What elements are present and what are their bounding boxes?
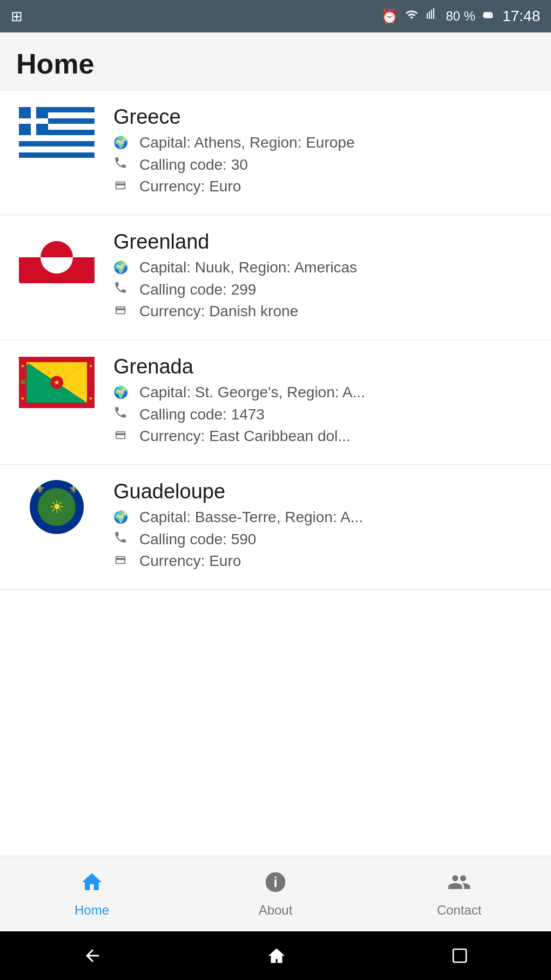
android-nav-bar bbox=[0, 931, 551, 980]
info-row: Currency: East Caribbean dol... bbox=[113, 428, 535, 445]
info-row: Calling code: 299 bbox=[113, 281, 535, 298]
alarm-icon: ⏰ bbox=[381, 8, 398, 25]
calling-code-text: Calling code: 30 bbox=[139, 156, 248, 174]
list-item[interactable]: ★ ★ ★ ★ 🌿 ★ ★ ★ Grenada 🌍 Capital: St. G… bbox=[0, 340, 551, 465]
home-button[interactable] bbox=[267, 946, 286, 965]
contact-icon bbox=[447, 870, 471, 899]
currency-text: Currency: Euro bbox=[139, 178, 241, 195]
guadeloupe-flag-container: ⚜ ⚜ ☀ bbox=[16, 480, 97, 534]
notification-icon: ⊞ bbox=[11, 8, 23, 25]
calling-code-text: Calling code: 590 bbox=[139, 531, 256, 548]
greenland-flag-circle bbox=[41, 241, 73, 274]
country-name: Greece bbox=[113, 105, 535, 129]
svg-text:🌿: 🌿 bbox=[20, 379, 26, 385]
currency-text: Currency: Euro bbox=[139, 552, 241, 570]
svg-rect-1 bbox=[484, 12, 489, 16]
app-bar: Home bbox=[0, 32, 551, 90]
nav-item-contact[interactable]: Contact bbox=[367, 870, 551, 918]
greece-cross-v bbox=[31, 107, 37, 136]
status-left: ⊞ bbox=[11, 8, 23, 25]
home-icon bbox=[80, 870, 104, 899]
grenada-flag: ★ ★ ★ ★ 🌿 ★ ★ ★ bbox=[19, 357, 95, 408]
info-row: 🌍 Capital: Nuuk, Region: Americas bbox=[113, 259, 535, 276]
card-icon bbox=[113, 428, 133, 445]
bottom-nav: Home i About Contact bbox=[0, 856, 551, 931]
location-icon: 🌍 bbox=[113, 261, 133, 275]
location-icon: 🌍 bbox=[113, 385, 133, 399]
list-item[interactable]: Greece 🌍 Capital: Athens, Region: Europe… bbox=[0, 90, 551, 215]
info-row: 🌍 Capital: Athens, Region: Europe bbox=[113, 134, 535, 151]
calling-code-text: Calling code: 1473 bbox=[139, 406, 265, 423]
card-icon bbox=[113, 303, 133, 320]
page-title: Home bbox=[16, 48, 535, 80]
wifi-icon bbox=[404, 8, 420, 25]
capital-region-text: Capital: Nuuk, Region: Americas bbox=[139, 259, 357, 276]
status-bar: ⊞ ⏰ 80 % 17:48 bbox=[0, 0, 551, 32]
phone-icon bbox=[113, 281, 133, 298]
recents-button[interactable] bbox=[451, 947, 468, 964]
calling-code-text: Calling code: 299 bbox=[139, 281, 256, 298]
nav-label-home: Home bbox=[75, 903, 109, 918]
about-icon: i bbox=[264, 870, 287, 899]
time-display: 17:48 bbox=[502, 8, 540, 25]
greece-info: Greece 🌍 Capital: Athens, Region: Europe… bbox=[113, 105, 535, 199]
info-row: Currency: Euro bbox=[113, 552, 535, 570]
svg-text:★: ★ bbox=[21, 396, 25, 401]
country-name: Grenada bbox=[113, 355, 535, 378]
greenland-flag bbox=[19, 232, 95, 283]
greenland-flag-container bbox=[16, 230, 97, 284]
capital-region-text: Capital: Basse-Terre, Region: A... bbox=[139, 509, 363, 526]
currency-text: Currency: East Caribbean dol... bbox=[139, 428, 351, 445]
location-icon: 🌍 bbox=[113, 510, 133, 524]
svg-text:i: i bbox=[273, 875, 277, 890]
battery-percent: 80 % bbox=[446, 9, 475, 24]
content-area: Greece 🌍 Capital: Athens, Region: Europe… bbox=[0, 90, 551, 856]
guadeloupe-sun: ☀ bbox=[49, 497, 65, 517]
info-row: Calling code: 590 bbox=[113, 530, 535, 548]
info-row: Calling code: 1473 bbox=[113, 405, 535, 423]
capital-region-text: Capital: Athens, Region: Europe bbox=[139, 134, 354, 151]
nav-item-about[interactable]: i About bbox=[184, 870, 367, 918]
country-name: Greenland bbox=[113, 230, 535, 254]
svg-text:★: ★ bbox=[21, 363, 25, 369]
phone-icon bbox=[113, 405, 133, 423]
status-right: ⏰ 80 % 17:48 bbox=[381, 8, 540, 25]
svg-rect-2 bbox=[492, 14, 493, 16]
currency-text: Currency: Danish krone bbox=[139, 303, 298, 320]
list-item[interactable]: Greenland 🌍 Capital: Nuuk, Region: Ameri… bbox=[0, 215, 551, 340]
info-row: Currency: Euro bbox=[113, 178, 535, 195]
grenada-info: Grenada 🌍 Capital: St. George's, Region:… bbox=[113, 355, 535, 449]
nav-label-about: About bbox=[259, 903, 293, 918]
card-icon bbox=[113, 178, 133, 195]
greece-flag-container bbox=[16, 105, 97, 159]
svg-rect-21 bbox=[453, 949, 466, 962]
svg-text:★: ★ bbox=[89, 363, 93, 369]
info-row: Currency: Danish krone bbox=[113, 303, 535, 320]
guadeloupe-flag: ⚜ ⚜ ☀ bbox=[30, 480, 84, 534]
info-row: Calling code: 30 bbox=[113, 156, 535, 174]
phone-icon bbox=[113, 530, 133, 548]
country-name: Guadeloupe bbox=[113, 480, 535, 503]
svg-text:★: ★ bbox=[89, 396, 93, 401]
phone-icon bbox=[113, 156, 133, 174]
capital-region-text: Capital: St. George's, Region: A... bbox=[139, 384, 365, 401]
guadeloupe-info: Guadeloupe 🌍 Capital: Basse-Terre, Regio… bbox=[113, 480, 535, 574]
card-icon bbox=[113, 552, 133, 570]
greece-flag bbox=[19, 107, 95, 158]
location-icon: 🌍 bbox=[113, 136, 133, 150]
signal-icon bbox=[425, 8, 440, 25]
grenada-flag-container: ★ ★ ★ ★ 🌿 ★ ★ ★ bbox=[16, 355, 97, 409]
greenland-info: Greenland 🌍 Capital: Nuuk, Region: Ameri… bbox=[113, 230, 535, 324]
svg-text:★: ★ bbox=[53, 378, 61, 386]
list-item[interactable]: ⚜ ⚜ ☀ Guadeloupe 🌍 Capital: Basse-Terre,… bbox=[0, 465, 551, 590]
battery-icon bbox=[481, 8, 497, 25]
back-button[interactable] bbox=[83, 946, 102, 965]
info-row: 🌍 Capital: Basse-Terre, Region: A... bbox=[113, 509, 535, 526]
info-row: 🌍 Capital: St. George's, Region: A... bbox=[113, 384, 535, 401]
nav-label-contact: Contact bbox=[437, 903, 482, 918]
nav-item-home[interactable]: Home bbox=[0, 870, 184, 918]
